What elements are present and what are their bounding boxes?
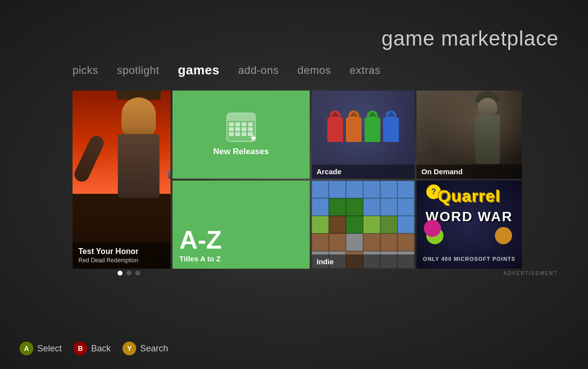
btn-search-label: Search: [140, 344, 168, 354]
nav-item-addons[interactable]: add-ons: [238, 64, 279, 77]
quarrel-title: Quarrel: [416, 186, 522, 206]
tiles-grid: ★ New Releases Test Your Honor Red Dead …: [73, 91, 528, 267]
btn-back-label: Back: [91, 344, 111, 354]
tile-rdr[interactable]: Test Your Honor Red Dead Redemption: [73, 91, 171, 269]
btn-group-search: Y Search: [122, 342, 168, 355]
tile-new-releases[interactable]: ★ New Releases: [172, 91, 310, 179]
nav-item-extras[interactable]: extras: [350, 64, 381, 77]
pagination: [118, 271, 140, 276]
pagination-dot-3: [135, 271, 140, 276]
btn-a-circle: A: [20, 342, 33, 355]
nav-item-demos[interactable]: demos: [297, 64, 331, 77]
quarrel-creature-3: [424, 220, 441, 237]
pagination-dot-2: [126, 271, 131, 276]
page-title: game marketplace: [382, 27, 559, 50]
nav-item-games[interactable]: games: [178, 63, 220, 78]
tile-indie[interactable]: Indie: [312, 181, 415, 269]
knight-red: [327, 117, 343, 142]
btn-group-select: A Select: [20, 342, 62, 355]
nav-bar: picks spotlight games add-ons demos extr…: [73, 63, 380, 78]
od-soldier: [463, 91, 512, 164]
btn-group-back: B Back: [74, 342, 111, 355]
arcade-label: Arcade: [312, 164, 415, 179]
advertisement-label: ADVERTISEMENT: [503, 271, 558, 276]
btn-y-circle: Y: [122, 342, 136, 355]
rdr-title: Test Your Honor: [78, 247, 165, 256]
castle-knights: [312, 95, 415, 164]
tile-arcade[interactable]: Arcade: [312, 91, 415, 179]
knight-blue: [383, 117, 399, 142]
nav-item-picks[interactable]: picks: [73, 64, 98, 77]
az-main-text: A-Z: [179, 227, 303, 253]
nav-item-spotlight[interactable]: spotlight: [117, 64, 159, 77]
tile-az[interactable]: A-Z Titles A to Z: [172, 181, 310, 269]
knight-green: [365, 117, 380, 142]
tile-quarrel[interactable]: ? Quarrel WORD WAR ONLY 400 MICROSOFT PO…: [416, 181, 522, 269]
quarrel-creature-2: [495, 227, 512, 244]
on-demand-label: On Demand: [416, 164, 522, 179]
btn-select-label: Select: [37, 344, 62, 354]
rdr-character: [87, 97, 171, 242]
rdr-subtitle: Red Dead Redemption: [78, 257, 165, 264]
knight-orange: [346, 117, 362, 142]
bottom-controls: A Select B Back Y Search: [20, 342, 168, 355]
pagination-dot-1: [118, 271, 122, 276]
tile-on-demand[interactable]: On Demand: [416, 91, 522, 179]
az-sub-text: Titles A to Z: [179, 254, 303, 263]
new-releases-label: New Releases: [213, 147, 269, 157]
indie-label: Indie: [312, 254, 415, 269]
calendar-icon: ★: [226, 113, 256, 142]
star-icon: ★: [249, 133, 257, 143]
rdr-label: Test Your Honor Red Dead Redemption: [73, 242, 171, 269]
quarrel-ms-points: ONLY 400 MICROSOFT POINTS: [416, 256, 522, 262]
btn-b-circle: B: [74, 342, 87, 355]
